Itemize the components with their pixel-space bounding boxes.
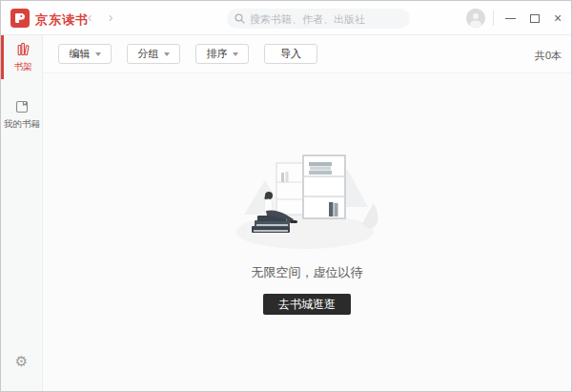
sidebar-item-label: 我的书籍 (4, 117, 40, 130)
edit-button[interactable]: 编辑 (58, 44, 112, 64)
sidebar-item-my-books[interactable]: 我的书籍 (1, 93, 42, 136)
search-icon (235, 13, 245, 24)
import-button[interactable]: 导入 (264, 44, 317, 64)
sidebar-item-bookshelf[interactable]: 书架 (1, 35, 42, 79)
app-title: 京东读书 (35, 11, 89, 29)
book-count-label: 共0本 (535, 49, 562, 63)
settings-gear-icon[interactable]: ⚙ (1, 353, 42, 370)
close-icon: × (554, 10, 562, 26)
dropdown-arrow-icon (164, 52, 170, 56)
dropdown-arrow-icon (95, 52, 101, 56)
forward-icon[interactable]: › (103, 10, 118, 25)
app-window: 京东读书 ‹ › × (0, 0, 572, 392)
bookshelf-icon (14, 42, 31, 57)
edit-button-label: 编辑 (70, 47, 91, 61)
group-button[interactable]: 分组 (127, 44, 180, 64)
sort-button[interactable]: 排序 (195, 44, 249, 64)
titlebar: 京东读书 ‹ › × (1, 1, 571, 35)
sidebar-item-label: 书架 (14, 60, 32, 72)
sidebar: 书架 我的书籍 ⚙ (1, 35, 43, 391)
sort-button-label: 排序 (207, 47, 228, 61)
dropdown-arrow-icon (233, 52, 238, 56)
search-box[interactable] (227, 9, 410, 29)
maximize-icon (530, 14, 540, 23)
go-to-bookstore-button[interactable]: 去书城逛逛 (263, 294, 351, 315)
titlebar-divider (493, 10, 494, 26)
jd-logo-icon[interactable] (10, 9, 30, 28)
minimize-icon (505, 18, 516, 19)
my-books-icon (14, 99, 30, 114)
close-button[interactable]: × (546, 1, 569, 35)
maximize-button[interactable] (523, 1, 546, 35)
empty-state: 无限空间，虚位以待 去书城逛逛 (202, 136, 412, 315)
empty-bookshelf-illustration (231, 136, 383, 253)
bookshelf-content: 无限空间，虚位以待 去书城逛逛 (43, 73, 571, 391)
shelf-toolbar: 编辑 分组 排序 导入 共0本 (43, 35, 571, 73)
minimize-button[interactable] (499, 1, 521, 35)
group-button-label: 分组 (138, 47, 159, 61)
empty-state-message: 无限空间，虚位以待 (202, 264, 412, 281)
avatar-icon[interactable] (466, 9, 485, 28)
back-icon[interactable]: ‹ (82, 10, 97, 25)
search-input[interactable] (250, 13, 402, 25)
import-button-label: 导入 (280, 47, 301, 61)
